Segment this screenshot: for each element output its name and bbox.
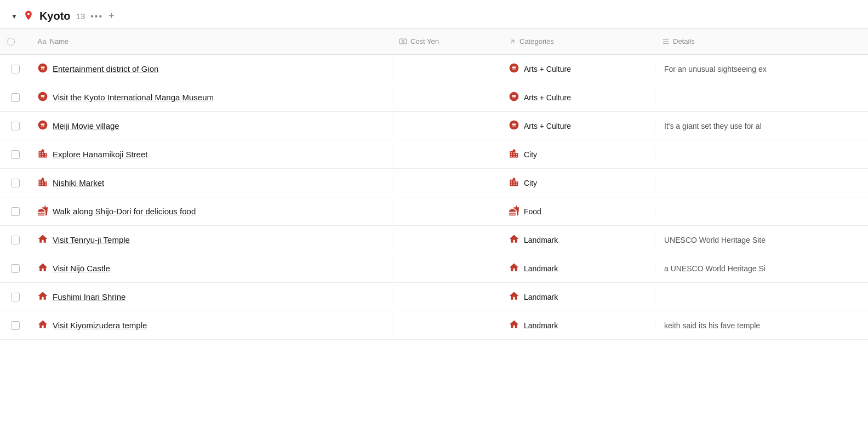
row-category-icon	[37, 148, 48, 161]
table-body: Entertainment district of Gion Arts + Cu…	[0, 55, 868, 340]
row-checkbox[interactable]	[11, 150, 20, 159]
row-checkbox[interactable]	[11, 321, 20, 330]
row-checkbox-cell	[0, 207, 31, 216]
row-name[interactable]: Visit Tenryu-ji Temple	[53, 234, 130, 246]
svg-point-0	[7, 38, 14, 45]
row-name-cell: Meiji Movie village	[31, 114, 392, 138]
row-category-cell: City	[502, 148, 655, 161]
row-name-cell: Fushimi Inari Shrine	[31, 285, 392, 309]
page-container: ▼ Kyoto 13 ••• + Aa Name	[0, 0, 868, 422]
row-name-cell: Explore Hanamikoji Street	[31, 142, 392, 166]
table-row: Explore Hanamikoji Street City	[0, 140, 868, 169]
row-name-cell: Visit the Kyoto International Manga Muse…	[31, 85, 392, 109]
table-header: Aa Name Cost Yen Categories	[0, 28, 868, 55]
row-category-label: Arts + Culture	[524, 65, 571, 73]
col-header-categories: Categories	[502, 37, 655, 45]
row-category-cell: Arts + Culture	[502, 119, 655, 132]
row-checkbox[interactable]	[11, 179, 20, 187]
row-category-icon	[37, 233, 48, 246]
row-category-icon	[37, 205, 48, 218]
row-checkbox-cell	[0, 293, 31, 301]
row-cat-icon	[509, 205, 519, 218]
row-cat-icon	[509, 148, 519, 161]
row-checkbox-cell	[0, 65, 31, 73]
row-cat-icon	[509, 319, 519, 332]
data-table: Aa Name Cost Yen Categories	[0, 28, 868, 340]
row-checkbox[interactable]	[11, 236, 20, 244]
row-name-cell: Visit Nijō Castle	[31, 256, 392, 280]
col-name-icon: Aa	[37, 37, 47, 45]
row-category-icon	[37, 319, 48, 332]
row-name[interactable]: Visit the Kyoto International Manga Muse…	[53, 92, 214, 103]
row-category-icon	[37, 62, 48, 75]
row-name[interactable]: Fushimi Inari Shrine	[53, 291, 125, 303]
row-name[interactable]: Walk along Shijo-Dori for delicious food	[53, 206, 196, 217]
row-checkbox-cell	[0, 150, 31, 159]
row-name[interactable]: Explore Hanamikoji Street	[53, 149, 147, 160]
row-category-label: Landmark	[524, 293, 558, 301]
row-checkbox[interactable]	[11, 122, 20, 130]
row-name[interactable]: Visit Kiyomizudera temple	[53, 320, 147, 331]
table-row: Visit the Kyoto International Manga Muse…	[0, 83, 868, 112]
row-checkbox-cell	[0, 236, 31, 244]
pin-icon	[23, 10, 34, 22]
row-category-icon	[37, 91, 48, 104]
row-category-label: Arts + Culture	[524, 122, 571, 130]
row-category-icon	[37, 262, 48, 275]
row-details-cell: UNESCO World Heritage Site	[655, 236, 868, 244]
row-checkbox[interactable]	[11, 264, 20, 273]
row-cat-icon	[509, 233, 519, 246]
row-category-cell: Landmark	[502, 233, 655, 246]
group-count: 13	[76, 12, 85, 21]
table-row: Visit Tenryu-ji Temple Landmark UNESCO W…	[0, 226, 868, 254]
row-cat-icon	[509, 262, 519, 275]
row-cat-icon	[509, 290, 519, 303]
row-name-cell: Visit Tenryu-ji Temple	[31, 228, 392, 252]
group-title: Kyoto	[39, 10, 71, 22]
row-checkbox-cell	[0, 264, 31, 273]
row-category-label: Landmark	[524, 321, 558, 330]
row-category-icon	[37, 176, 48, 189]
table-row: Entertainment district of Gion Arts + Cu…	[0, 55, 868, 83]
row-cat-icon	[509, 119, 519, 132]
row-checkbox-cell	[0, 93, 31, 102]
col-header-cost: Cost Yen	[392, 37, 502, 45]
row-category-label: Landmark	[524, 236, 558, 244]
col-header-loader	[0, 37, 31, 46]
row-details-cell: keith said its his fave temple	[655, 321, 868, 330]
row-details-cell: a UNESCO World Heritage Si	[655, 264, 868, 273]
row-checkbox[interactable]	[11, 65, 20, 73]
row-details-cell: It's a giant set they use for al	[655, 122, 868, 130]
row-checkbox-cell	[0, 179, 31, 187]
row-category-icon	[37, 290, 48, 303]
svg-point-2	[402, 41, 404, 43]
row-category-label: City	[524, 179, 537, 187]
row-checkbox[interactable]	[11, 207, 20, 216]
row-name[interactable]: Entertainment district of Gion	[53, 63, 158, 75]
more-options-icon[interactable]: •••	[90, 12, 103, 21]
table-row: Visit Nijō Castle Landmark a UNESCO Worl…	[0, 254, 868, 283]
row-name[interactable]: Nishiki Market	[53, 177, 104, 189]
table-row: Walk along Shijo-Dori for delicious food…	[0, 197, 868, 226]
collapse-icon[interactable]: ▼	[11, 13, 18, 20]
add-item-icon[interactable]: +	[108, 10, 115, 22]
row-name-cell: Visit Kiyomizudera temple	[31, 313, 392, 337]
col-header-name: Aa Name	[31, 37, 392, 45]
row-category-cell: Arts + Culture	[502, 62, 655, 75]
row-category-label: Food	[524, 207, 541, 216]
row-checkbox-cell	[0, 321, 31, 330]
row-category-cell: Landmark	[502, 319, 655, 332]
table-row: Fushimi Inari Shrine Landmark	[0, 283, 868, 311]
row-name-cell: Walk along Shijo-Dori for delicious food	[31, 199, 392, 223]
row-category-cell: Arts + Culture	[502, 91, 655, 104]
row-category-label: City	[524, 150, 537, 159]
row-name[interactable]: Meiji Movie village	[53, 120, 119, 132]
table-row: Nishiki Market City	[0, 169, 868, 197]
group-header: ▼ Kyoto 13 ••• +	[0, 0, 868, 28]
row-checkbox-cell	[0, 122, 31, 130]
row-checkbox[interactable]	[11, 293, 20, 301]
svg-rect-1	[399, 39, 407, 44]
row-name[interactable]: Visit Nijō Castle	[53, 263, 110, 274]
row-name-cell: Entertainment district of Gion	[31, 57, 392, 81]
row-checkbox[interactable]	[11, 93, 20, 102]
